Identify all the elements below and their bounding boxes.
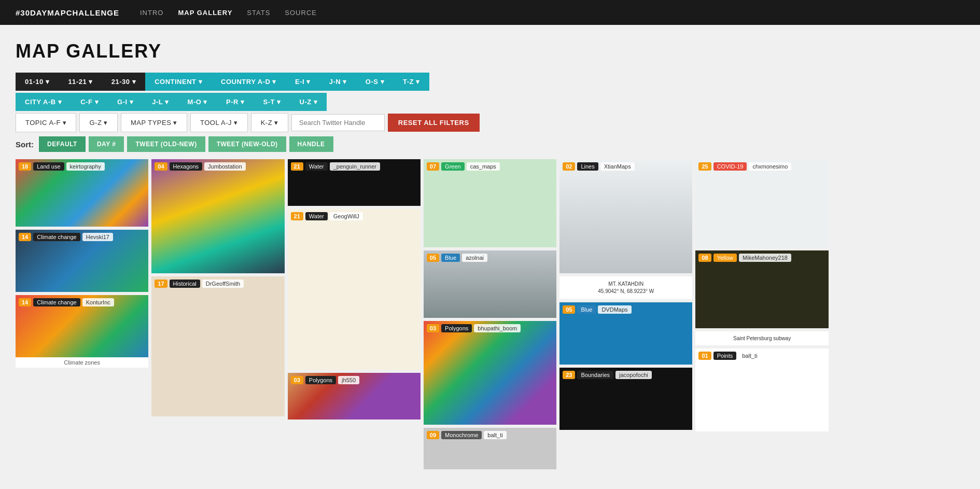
filter-gz[interactable]: G-Z ▾ (79, 113, 118, 132)
badge-num: 23 (563, 371, 575, 379)
badge-user: DVDMaps (598, 305, 631, 314)
card-climate2[interactable]: 14 Climate change KonturInc Climate zone… (16, 295, 148, 368)
card-yellow[interactable]: 08 Yellow MikeMahoney218 (695, 250, 828, 328)
badge-label: Water (305, 162, 328, 171)
card-blue[interactable]: 05 Blue azolnai (424, 250, 556, 318)
gallery-col-3: 21 Water _penguin_runner 21 Water GeogWi… (288, 159, 421, 469)
sort-label: Sort: (16, 140, 34, 149)
sort-tweet-old-new[interactable]: TWEET (OLD-NEW) (127, 136, 205, 152)
sort-default[interactable]: DEFAULT (39, 136, 86, 152)
filter-mo[interactable]: M-O ▾ (178, 93, 217, 111)
filter-st[interactable]: S-T ▾ (254, 93, 290, 111)
page-title: MAP GALLERY (16, 40, 964, 62)
filter-os[interactable]: O-S ▾ (356, 73, 394, 91)
card-water2[interactable]: 21 Water GeogWillJ (288, 209, 421, 370)
filter-continent[interactable]: CONTINENT ▾ (145, 73, 212, 91)
filter-gi[interactable]: G-I ▾ (108, 93, 143, 111)
badge-num: 21 (291, 212, 303, 220)
badge-label: Blue (441, 254, 460, 262)
filter-11-21[interactable]: 11-21 ▾ (59, 73, 102, 91)
badge-user: balt_ti (738, 352, 761, 360)
filter-kz[interactable]: K-Z ▾ (251, 113, 288, 132)
nav-stats[interactable]: STATS (247, 9, 270, 17)
badge-num: 17 (155, 280, 167, 288)
badge-label: Blue (577, 305, 596, 314)
filter-jl[interactable]: J-L ▾ (143, 93, 178, 111)
badge-user: Hevski17 (82, 233, 113, 241)
badge-user: KonturInc (82, 298, 114, 306)
filter-uz[interactable]: U-Z ▾ (290, 93, 327, 111)
badge-label: Water (305, 212, 328, 220)
badge-label: Historical (170, 280, 200, 288)
filter-jn[interactable]: J-N ▾ (320, 73, 356, 91)
badge-user: azolnai (462, 254, 487, 262)
badge-user: Jumbostation (204, 162, 245, 171)
badge-user: bhupathi_boom (474, 324, 521, 332)
card-boundaries[interactable]: 23 Boundaries jacopofochi (559, 368, 692, 430)
card-mono[interactable]: 09 Monochrome balt_ti (424, 428, 556, 469)
filter-ei[interactable]: E-I ▾ (286, 73, 320, 91)
badge-num: 25 (698, 162, 711, 171)
filter-row-tertiary: TOPIC A-F ▾ G-Z ▾ MAP TYPES ▾ TOOL A-J ▾… (16, 113, 964, 132)
filter-tz[interactable]: T-Z ▾ (394, 73, 429, 91)
card-subway[interactable]: Saint Petersburg subway (695, 331, 828, 345)
badge-label: Land use (33, 162, 64, 171)
badge-label: Green (441, 162, 465, 171)
card-points[interactable]: 01 Points balt_ti (695, 348, 828, 431)
card-polygons2[interactable]: 03 Polygons jh550 (288, 373, 421, 420)
badge-user: cas_maps (467, 162, 500, 171)
card-polygons[interactable]: 03 Polygons bhupathi_boom (424, 321, 556, 425)
badge-label: Points (713, 352, 737, 360)
nav-intro[interactable]: INTRO (140, 9, 163, 17)
card-katahdin[interactable]: MT. KATAHDIN45.9042° N, 68.9223° W (559, 276, 692, 299)
nav-map-gallery[interactable]: MAP GALLERY (178, 9, 232, 17)
nav-source[interactable]: SOURCE (285, 9, 317, 17)
card-green[interactable]: 07 Green cas_maps (424, 159, 556, 247)
card-hexagons[interactable]: 04 Hexagons Jumbostation (151, 159, 284, 273)
card-water1[interactable]: 21 Water _penguin_runner (288, 159, 421, 206)
gallery-col-5: 02 Lines XtianMaps MT. KATAHDIN45.9042° … (559, 159, 692, 469)
card-climate1[interactable]: 14 Climate change Hevski17 (16, 230, 148, 292)
sort-day[interactable]: DAY # (89, 136, 124, 152)
sort-handle[interactable]: HANDLE (289, 136, 333, 152)
gallery-col-4: 07 Green cas_maps 05 Blue azolnai 03 Pol… (424, 159, 556, 469)
badge-user: MikeMahoney218 (739, 254, 791, 262)
badge-num: 03 (291, 376, 303, 384)
gallery: 18 Land use keirtography 14 Climate chan… (16, 159, 964, 469)
badge-user: jh550 (338, 376, 359, 384)
badge-user: keirtography (66, 162, 105, 171)
search-input[interactable] (291, 114, 385, 131)
filter-row-primary: 01-10 ▾ 11-21 ▾ 21-30 ▾ CONTINENT ▾ COUN… (16, 73, 964, 91)
badge-user: jacopofochi (615, 371, 652, 379)
filter-row-secondary: CITY A-B ▾ C-F ▾ G-I ▾ J-L ▾ M-O ▾ P-R ▾… (16, 93, 964, 111)
sort-tweet-new-old[interactable]: TWEET (NEW-OLD) (208, 136, 286, 152)
card-lines[interactable]: 02 Lines XtianMaps (559, 159, 692, 273)
reset-filters-button[interactable]: RESET ALL FILTERS (388, 114, 480, 132)
filter-cf[interactable]: C-F ▾ (71, 93, 108, 111)
filter-map-types[interactable]: MAP TYPES ▾ (121, 113, 187, 132)
filter-topic-af[interactable]: TOPIC A-F ▾ (16, 113, 76, 132)
filter-country-ad[interactable]: COUNTRY A-D ▾ (212, 73, 286, 91)
filter-tool-aj[interactable]: TOOL A-J ▾ (190, 113, 248, 132)
card-blue2[interactable]: 05 Blue DVDMaps (559, 302, 692, 365)
filter-01-10[interactable]: 01-10 ▾ (16, 73, 59, 91)
badge-label: Yellow (713, 254, 737, 262)
card-covid[interactable]: 25 COVID-19 chxmonesimo (695, 159, 828, 247)
card-caption-subway: Saint Petersburg subway (695, 331, 828, 345)
badge-label: Polygons (305, 376, 336, 384)
badge-user: chxmonesimo (749, 162, 791, 171)
badge-user: DrGeoffSmith (202, 280, 244, 288)
gallery-col-2: 04 Hexagons Jumbostation 17 Historical D… (151, 159, 284, 469)
filter-city-ab[interactable]: CITY A-B ▾ (16, 93, 71, 111)
filter-21-30[interactable]: 21-30 ▾ (102, 73, 145, 91)
badge-user: _penguin_runner (330, 162, 380, 171)
card-landuse[interactable]: 18 Land use keirtography (16, 159, 148, 227)
badge-num: 09 (427, 431, 439, 439)
gallery-col-1: 18 Land use keirtography 14 Climate chan… (16, 159, 148, 469)
filter-pr[interactable]: P-R ▾ (217, 93, 254, 111)
card-historical[interactable]: 17 Historical DrGeoffSmith (151, 276, 284, 416)
badge-user: GeogWillJ (330, 212, 363, 220)
badge-num: 03 (427, 324, 439, 332)
badge-label: Climate change (33, 233, 80, 241)
navbar: #30DAYMAPCHALLENGE INTRO MAP GALLERY STA… (0, 0, 980, 25)
